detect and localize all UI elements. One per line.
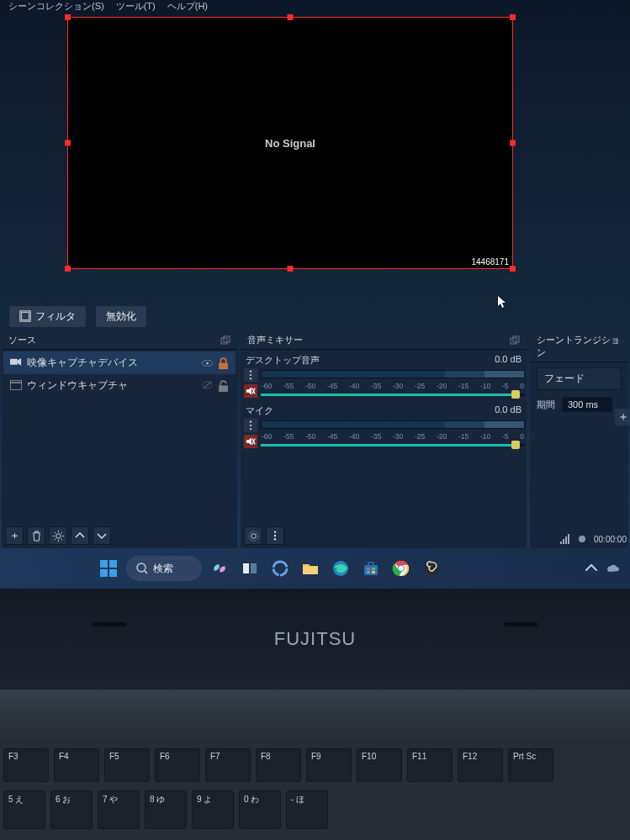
popout-icon[interactable] (220, 335, 230, 346)
keyboard-key: F12 (458, 748, 503, 782)
brand-label: FUJITSU (274, 628, 356, 650)
keyboard-key: 5 え (3, 790, 45, 829)
move-down-button[interactable] (93, 526, 111, 545)
transitions-panel: シーントランジション フェード 期間 (530, 331, 628, 548)
svg-line-38 (145, 571, 147, 573)
filter-icon (19, 310, 31, 322)
svg-rect-44 (368, 563, 373, 566)
channel-menu-button[interactable] (244, 419, 257, 432)
source-item-window-capture[interactable]: ウィンドウキャプチャ (3, 374, 236, 397)
windows-taskbar: 検索 (0, 548, 630, 589)
window-icon (10, 380, 22, 392)
svg-rect-31 (565, 536, 567, 544)
remove-source-button[interactable] (27, 526, 45, 545)
mute-button[interactable] (244, 384, 257, 398)
copilot-icon[interactable] (207, 556, 232, 581)
move-up-button[interactable] (71, 526, 89, 545)
keyboard-key: 8 ゆ (145, 790, 187, 829)
volume-slider[interactable] (261, 394, 525, 396)
laptop-bezel: FUJITSU (0, 589, 630, 689)
resize-handle-bm[interactable] (288, 266, 294, 272)
mixer-title: 音声ミキサー (247, 334, 303, 346)
file-explorer-icon[interactable] (298, 556, 323, 581)
keyboard-key: 7 や (98, 790, 140, 829)
task-view-icon[interactable] (237, 556, 262, 581)
channel-menu-button[interactable] (244, 368, 257, 382)
resize-handle-tl[interactable] (65, 14, 71, 20)
lock-icon[interactable] (218, 357, 229, 368)
menu-help[interactable]: ヘルプ(H) (167, 0, 208, 13)
stream-timer: 00:00:00 (594, 535, 627, 544)
add-transition-button[interactable]: ＋ (615, 409, 630, 425)
filters-button[interactable]: フィルタ (8, 305, 87, 328)
source-item-video-capture[interactable]: 映像キャプチャデバイス (3, 351, 236, 374)
resize-handle-mr[interactable] (510, 140, 516, 146)
channel-db: 0.0 dB (495, 404, 521, 417)
visibility-off-icon[interactable] (202, 380, 213, 391)
svg-rect-32 (568, 534, 569, 544)
channel-name: マイク (246, 404, 273, 417)
taskbar-search[interactable]: 検索 (126, 556, 202, 581)
disable-button[interactable]: 無効化 (95, 305, 147, 328)
svg-rect-1 (22, 313, 29, 320)
db-ticks: -60-55-50-45-40-35-30-25-20-15-10-50 (261, 382, 525, 390)
popout-icon[interactable] (510, 335, 520, 346)
duration-input[interactable] (562, 397, 612, 412)
svg-point-25 (248, 531, 257, 540)
resize-handle-bl[interactable] (65, 266, 71, 272)
keyboard-key: F9 (306, 748, 352, 782)
unlock-icon[interactable] (218, 380, 229, 391)
live-indicator-icon (579, 536, 585, 542)
svg-point-20 (250, 425, 251, 426)
no-signal-label: No Signal (265, 137, 315, 150)
svg-point-5 (206, 362, 209, 364)
source-toolbar: フィルタ 無効化 (5, 303, 625, 330)
source-properties-button[interactable] (49, 526, 67, 545)
svg-point-27 (274, 535, 276, 536)
keyboard-key: F3 (3, 748, 49, 782)
preview-source-bounds[interactable]: No Signal 14468171 (67, 17, 513, 269)
sources-title: ソース (8, 334, 36, 346)
menubar: シーンコレクション(S) ツール(T) ヘルプ(H) (0, 0, 630, 12)
svg-rect-33 (100, 560, 108, 568)
transition-select[interactable]: フェード (537, 367, 622, 390)
onedrive-icon[interactable] (606, 562, 620, 575)
keyboard-key: - ほ (286, 790, 328, 829)
resize-handle-tr[interactable] (510, 14, 516, 20)
svg-rect-46 (372, 568, 375, 570)
keyboard-key: F11 (407, 748, 453, 782)
start-button[interactable] (96, 556, 121, 581)
svg-point-19 (250, 421, 251, 423)
m365-copilot-icon[interactable] (267, 556, 293, 581)
system-tray[interactable] (585, 562, 620, 575)
mixer-menu-button[interactable] (266, 526, 284, 545)
level-meter (261, 370, 525, 378)
store-icon[interactable] (358, 556, 384, 581)
add-source-button[interactable]: ＋ (5, 526, 24, 545)
resize-handle-ml[interactable] (65, 140, 71, 146)
svg-point-11 (56, 533, 61, 538)
chevron-up-icon[interactable] (585, 562, 598, 575)
resize-handle-tm[interactable] (288, 14, 294, 20)
menu-tools[interactable]: ツール(T) (116, 0, 156, 13)
svg-rect-29 (560, 542, 562, 544)
chrome-icon[interactable] (389, 556, 414, 581)
svg-rect-41 (303, 567, 318, 574)
search-placeholder: 検索 (153, 562, 173, 576)
svg-point-28 (274, 538, 276, 540)
volume-slider[interactable] (261, 444, 525, 446)
edge-icon[interactable] (328, 556, 353, 581)
obs-icon[interactable] (419, 556, 444, 581)
resize-handle-br[interactable] (510, 266, 516, 272)
svg-rect-39 (243, 563, 249, 573)
menu-scene-collection[interactable]: シーンコレクション(S) (8, 0, 104, 13)
svg-rect-30 (563, 539, 564, 544)
mute-button[interactable] (244, 435, 257, 448)
svg-point-21 (250, 428, 251, 430)
channel-name: デスクトップ音声 (246, 354, 320, 367)
svg-rect-4 (10, 359, 18, 365)
mixer-settings-button[interactable] (244, 526, 262, 545)
app-window: シーンコレクション(S) ツール(T) ヘルプ(H) No Signal 144… (0, 0, 630, 589)
visibility-toggle-icon[interactable] (202, 357, 213, 368)
svg-rect-10 (219, 385, 228, 392)
